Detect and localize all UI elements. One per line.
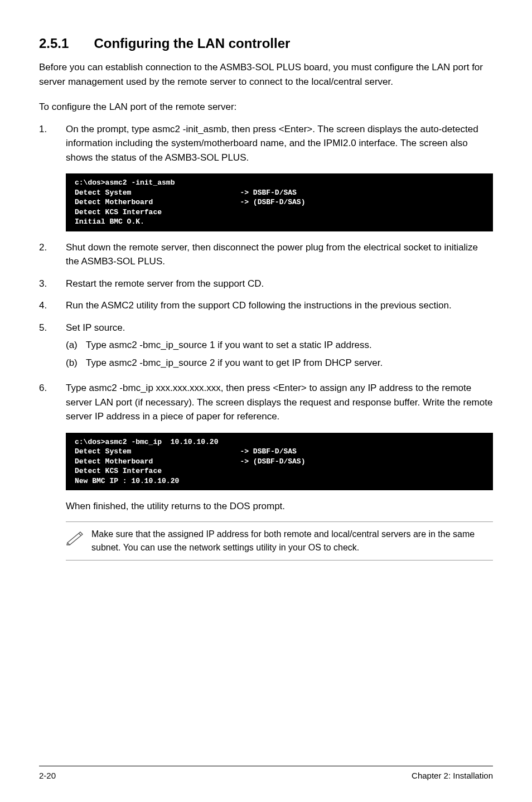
- steps-list: 1. On the prompt, type asmc2 -init_asmb,…: [39, 122, 493, 165]
- substep-text: Type asmc2 -bmc_ip_source 1 if you want …: [86, 338, 372, 352]
- section-title: Configuring the LAN controller: [94, 36, 290, 51]
- step-text: Restart the remote server from the suppo…: [66, 277, 493, 291]
- substep-a: (a) Type asmc2 -bmc_ip_source 1 if you w…: [66, 338, 493, 352]
- section-number: 2.5.1: [39, 33, 69, 54]
- step-number: 4.: [39, 298, 66, 313]
- footer-page-number: 2-20: [39, 770, 56, 782]
- step-number: 2.: [39, 240, 66, 269]
- intro-paragraph: Before you can establish connection to t…: [39, 60, 493, 89]
- footer-chapter: Chapter 2: Installation: [412, 770, 493, 782]
- substep-mark: (b): [66, 356, 86, 370]
- note-box: Make sure that the assigned IP address f…: [66, 521, 493, 561]
- pencil-icon: [66, 528, 91, 550]
- step-text: Set IP source.: [66, 322, 125, 333]
- step-6: 6. Type asmc2 -bmc_ip xxx.xxx.xxx.xxx, t…: [39, 381, 493, 424]
- subintro-paragraph: To configure the LAN port of the remote …: [39, 100, 493, 114]
- substep-text: Type asmc2 -bmc_ip_source 2 if you want …: [86, 356, 383, 370]
- step-number: 3.: [39, 277, 66, 291]
- section-heading: 2.5.1Configuring the LAN controller: [39, 33, 493, 54]
- substep-b: (b) Type asmc2 -bmc_ip_source 2 if you w…: [66, 356, 493, 370]
- step-5: 5. Set IP source. (a) Type asmc2 -bmc_ip…: [39, 321, 493, 374]
- step-2: 2. Shut down the remote server, then dis…: [39, 240, 493, 269]
- step-text: Shut down the remote server, then discon…: [66, 240, 493, 269]
- after-console-paragraph: When finished, the utility returns to th…: [66, 499, 493, 514]
- step-body: Set IP source. (a) Type asmc2 -bmc_ip_so…: [66, 321, 493, 374]
- console-output-1: c:\dos>asmc2 -init_asmb Detect System ->…: [66, 173, 493, 231]
- step-number: 6.: [39, 381, 66, 424]
- step-text: Type asmc2 -bmc_ip xxx.xxx.xxx.xxx, then…: [66, 381, 493, 424]
- step-number: 5.: [39, 321, 66, 374]
- step-text: On the prompt, type asmc2 -init_asmb, th…: [66, 122, 493, 165]
- substeps: (a) Type asmc2 -bmc_ip_source 1 if you w…: [66, 338, 493, 370]
- page-footer: 2-20 Chapter 2: Installation: [39, 766, 493, 782]
- step-number: 1.: [39, 122, 66, 165]
- step-text: Run the ASMC2 utility from the support C…: [66, 298, 493, 313]
- step-4: 4. Run the ASMC2 utility from the suppor…: [39, 298, 493, 313]
- steps-list-cont: 2. Shut down the remote server, then dis…: [39, 240, 493, 424]
- step-3: 3. Restart the remote server from the su…: [39, 277, 493, 291]
- substep-mark: (a): [66, 338, 86, 352]
- step-1: 1. On the prompt, type asmc2 -init_asmb,…: [39, 122, 493, 165]
- note-text: Make sure that the assigned IP address f…: [91, 528, 493, 554]
- console-output-2: c:\dos>asmc2 -bmc_ip 10.10.10.20 Detect …: [66, 433, 493, 491]
